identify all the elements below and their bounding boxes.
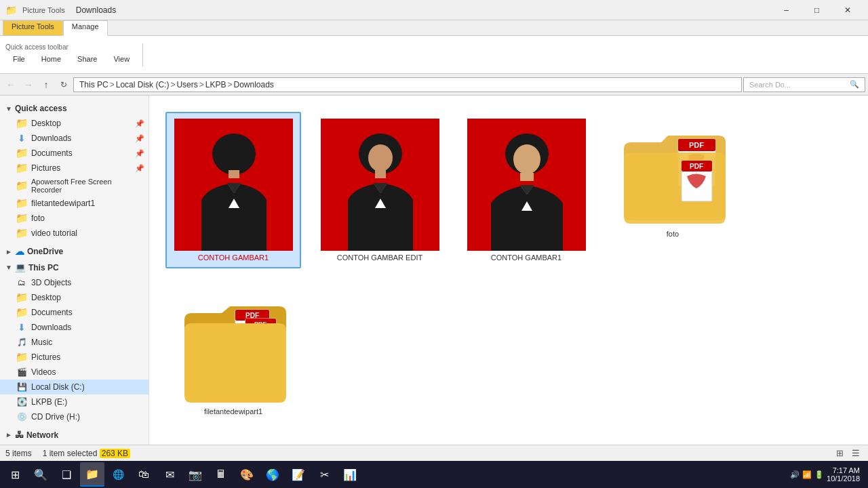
sidebar-item-downloads[interactable]: ⬇ Downloads 📌 xyxy=(0,131,149,146)
sidebar-item-documents-pc[interactable]: 📁 Documents xyxy=(0,305,149,320)
sidebar-item-3dobjects[interactable]: 🗂 3D Objects xyxy=(0,275,149,290)
paint-btn[interactable]: 🎨 xyxy=(235,462,259,487)
sidebar-item-desktop-pc[interactable]: 📁 Desktop xyxy=(0,290,149,305)
chrome-btn[interactable]: 🌎 xyxy=(260,462,285,487)
ribbon-content: Quick access toolbar File Home Share Vie… xyxy=(0,35,868,73)
folder-icon-desk: 📁 xyxy=(16,292,27,303)
extra-btn1[interactable]: 📊 xyxy=(338,462,362,487)
sidebar-item-foto[interactable]: 📁 foto xyxy=(0,211,149,226)
photos-btn[interactable]: 📷 xyxy=(183,462,208,487)
network-header[interactable]: ► 🖧 Network xyxy=(0,427,149,443)
sidebar-item-downloads-pc[interactable]: ⬇ Downloads xyxy=(0,320,149,335)
file-item-contoh1[interactable]: CONTOH GAMBAR1 xyxy=(165,112,301,268)
up-button[interactable]: ↑ xyxy=(38,77,54,93)
pin-icon-dl: 📌 xyxy=(135,134,144,143)
sidebar-item-pictures-pc[interactable]: 📁 Pictures xyxy=(0,350,149,365)
sidebar-label-filetante: filetantedewipart1 xyxy=(31,199,95,208)
edge-btn[interactable]: 🌐 xyxy=(106,462,130,487)
sidebar-item-lkpb[interactable]: 💽 LKPB (E:) xyxy=(0,394,149,409)
svg-point-8 xyxy=(368,144,393,171)
file-item-contoh2[interactable]: CONTOH GAMBAR EDIT xyxy=(312,112,448,268)
thumbnail-contoh3 xyxy=(467,119,586,251)
search-box[interactable]: Search Do... 🔍 xyxy=(743,77,865,92)
minimize-button[interactable]: – xyxy=(771,0,802,20)
status-right: ⊞ ☰ xyxy=(833,447,863,460)
file-item-contoh3[interactable]: CONTOH GAMBAR1 xyxy=(458,112,594,268)
calculator-btn[interactable]: 🖩 xyxy=(209,462,233,487)
grid-view-button[interactable]: ⊞ xyxy=(833,447,846,460)
quick-access-label: Quick access xyxy=(15,104,67,113)
sidebar-item-cddrive[interactable]: 💿 CD Drive (H:) xyxy=(0,409,149,424)
sidebar-item-documents[interactable]: 📁 Documents 📌 xyxy=(0,146,149,161)
ribbon-home-btn[interactable]: Home xyxy=(34,52,68,66)
onedrive-chevron: ► xyxy=(5,248,12,256)
sidebar-item-pictures[interactable]: 📁 Pictures 📌 xyxy=(0,161,149,176)
list-view-button[interactable]: ☰ xyxy=(849,447,863,460)
store-btn[interactable]: 🛍 xyxy=(132,462,156,487)
onedrive-header[interactable]: ► ☁ OneDrive xyxy=(0,243,149,260)
tray-icon3: 🔋 xyxy=(814,470,824,479)
content-area: CONTOH GAMBAR1 CONTOH GAMBAR EDIT xyxy=(149,96,868,445)
onedrive-icon: ☁ xyxy=(15,246,24,257)
quick-access-chevron: ▼ xyxy=(5,105,12,113)
sidebar-item-desktop[interactable]: 📁 Desktop 📌 xyxy=(0,116,149,131)
sidebar-item-videos[interactable]: 🎬 Videos xyxy=(0,365,149,380)
close-button[interactable]: ✕ xyxy=(832,0,863,20)
back-button[interactable]: ← xyxy=(3,77,19,93)
folder-icon-pics: 📁 xyxy=(16,163,27,174)
ribbon-tab-picture-tools: Picture Tools xyxy=(22,6,65,14)
sidebar-item-apowersoft[interactable]: 📁 Apowersoft Free Screen Recorder xyxy=(0,176,149,196)
refresh-button[interactable]: ↻ xyxy=(56,77,72,93)
sidebar-label-videos: Videos xyxy=(31,367,56,377)
file-explorer-taskbar[interactable]: 📁 xyxy=(80,462,104,487)
file-name-contoh1: CONTOH GAMBAR1 xyxy=(198,253,269,262)
mail-btn[interactable]: ✉ xyxy=(157,462,182,487)
folder-icon-vid: 📁 xyxy=(16,228,27,239)
taskbar-time: 7:17 AM 10/1/2018 xyxy=(827,466,860,483)
sidebar-item-music[interactable]: 🎵 Music xyxy=(0,335,149,350)
folder-icon-docs: 📁 xyxy=(16,148,27,159)
path-localdisk[interactable]: Local Disk (C:) xyxy=(116,80,170,89)
sidebar-label-desktop: Desktop xyxy=(31,119,61,128)
ribbon-share-btn[interactable]: Share xyxy=(70,52,104,66)
svg-text:PDF: PDF xyxy=(690,163,703,170)
path-downloads[interactable]: Downloads xyxy=(233,80,273,89)
word-btn[interactable]: 📝 xyxy=(286,462,311,487)
thispc-header[interactable]: ▼ 💻 This PC xyxy=(0,260,149,275)
sidebar-item-filetante[interactable]: 📁 filetantedewipart1 xyxy=(0,196,149,211)
snip-btn[interactable]: ✂ xyxy=(312,462,336,487)
status-left: 5 items 1 item selected 263 KB xyxy=(5,449,130,458)
quick-access-header[interactable]: ▼ Quick access xyxy=(0,101,149,116)
sidebar-item-localdisk[interactable]: 💾 Local Disk (C:) xyxy=(0,380,149,394)
sidebar-label-downloads-pc: Downloads xyxy=(31,323,71,332)
file-item-filetante[interactable]: PDF PDF filetantedewipart1 xyxy=(165,279,301,422)
selected-info: 1 item selected 263 KB xyxy=(43,449,130,458)
tab-manage[interactable]: Manage xyxy=(63,20,108,36)
forward-button[interactable]: → xyxy=(20,77,37,93)
3d-icon: 🗂 xyxy=(16,277,27,288)
file-name-filetante: filetantedewipart1 xyxy=(204,407,262,415)
path-users[interactable]: Users xyxy=(176,80,197,89)
maximize-button[interactable]: □ xyxy=(802,0,832,20)
start-button[interactable]: ⊞ xyxy=(3,462,27,487)
video-icon: 🎬 xyxy=(16,367,27,378)
address-path[interactable]: This PC > Local Disk (C:) > Users > LKPB… xyxy=(73,77,742,92)
network-label: Network xyxy=(26,430,58,440)
svg-point-13 xyxy=(513,144,540,174)
file-name-foto: foto xyxy=(667,230,679,238)
task-view-btn[interactable]: ❑ xyxy=(54,462,79,487)
svg-rect-4 xyxy=(229,170,239,178)
folder-icon-ft: 📁 xyxy=(16,198,27,209)
path-sep2: > xyxy=(170,80,175,89)
search-taskbar-btn[interactable]: 🔍 xyxy=(28,462,53,487)
title-bar-left: 📁 Picture Tools Downloads xyxy=(5,5,116,16)
file-item-foto[interactable]: PDF PDF foto xyxy=(605,112,741,268)
sidebar-label-documents: Documents xyxy=(31,148,73,158)
path-thispc[interactable]: This PC xyxy=(79,80,108,89)
tab-picture-tools[interactable]: Picture Tools xyxy=(3,20,63,35)
ribbon-file-btn[interactable]: File xyxy=(5,52,33,66)
lkpb-icon: 💽 xyxy=(16,396,27,407)
path-lkpb[interactable]: LKPB xyxy=(205,80,226,89)
ribbon-view-btn[interactable]: View xyxy=(106,52,137,66)
sidebar-item-video[interactable]: 📁 video tutorial xyxy=(0,226,149,241)
